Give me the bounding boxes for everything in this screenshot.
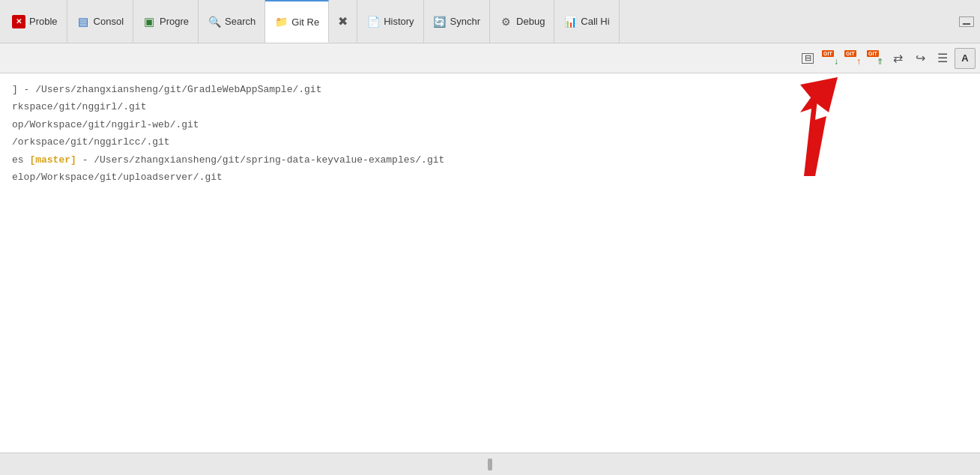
format-button[interactable]: A — [955, 48, 976, 69]
call-hierarchy-icon: 📊 — [563, 15, 577, 28]
format-icon: A — [961, 52, 968, 64]
tab-problems[interactable]: ✕ Proble — [3, 0, 67, 43]
tab-console-label: Consol — [94, 16, 124, 27]
list-item: rkspace/git/nggirl/.git — [12, 98, 968, 115]
tab-progress[interactable]: ▣ Progre — [133, 0, 199, 43]
tab-x-marker[interactable]: ✖ — [329, 0, 357, 43]
fetch-icon: GIT ↓ — [822, 50, 838, 67]
git-repo-icon: 📁 — [274, 15, 288, 28]
tab-debug[interactable]: ⚙ Debug — [490, 0, 554, 43]
tab-search[interactable]: 🔍 Search — [199, 0, 265, 43]
collapse-all-icon: ⊟ — [802, 53, 814, 64]
tab-synchronize-label: Synchr — [450, 16, 480, 27]
line5-master-tag: [master] — [29, 154, 76, 166]
list-item: ] - /Users/zhangxiansheng/git/GradleWebA… — [12, 81, 968, 98]
problems-icon: ✕ — [12, 15, 25, 28]
push-branch-icon: ↪ — [916, 51, 925, 65]
tab-search-label: Search — [225, 16, 255, 27]
list-item: op/Workspace/git/nggirl-web/.git — [12, 116, 968, 133]
synchronize-icon: 🔄 — [433, 15, 447, 28]
tab-bar: ✕ Proble ▤ Consol ▣ Progre 🔍 Search 📁 Gi… — [0, 0, 980, 43]
main-content: ] - /Users/zhangxiansheng/git/GradleWebA… — [0, 73, 980, 453]
push-icon: GIT ⇑ — [867, 50, 883, 67]
list-item: es [master] - /Users/zhangxiansheng/git/… — [12, 151, 968, 169]
tab-call-hierarchy[interactable]: 📊 Call Hi — [554, 0, 619, 43]
debug-icon: ⚙ — [499, 15, 512, 28]
x-marker-icon: ✖ — [338, 14, 348, 28]
tab-call-hierarchy-label: Call Hi — [581, 16, 609, 27]
line1-text: ] - /Users/zhangxiansheng/git/GradleWebA… — [12, 84, 321, 95]
pull-button[interactable]: GIT ↑ — [842, 48, 863, 69]
push-button[interactable]: GIT ⇑ — [865, 48, 886, 69]
sync-icon: ⇄ — [893, 51, 903, 65]
fetch-button[interactable]: GIT ↓ — [820, 48, 841, 69]
tab-debug-label: Debug — [516, 16, 545, 27]
collapse-all-button[interactable]: ⊟ — [797, 48, 818, 69]
sync-button[interactable]: ⇄ — [887, 48, 908, 69]
line4-text: /orkspace/git/nggirlcc/.git — [12, 136, 170, 148]
line3-text: op/Workspace/git/nggirl-web/.git — [12, 119, 199, 130]
minimize-button[interactable] — [959, 16, 974, 27]
console-icon: ▤ — [76, 15, 90, 28]
search-icon: 🔍 — [208, 15, 221, 28]
line5-prefix: es — [12, 154, 29, 166]
line5-suffix: - /Users/zhangxiansheng/git/spring-data-… — [76, 154, 444, 166]
minimize-line — [963, 23, 970, 25]
status-bar — [0, 453, 980, 475]
tab-history-label: History — [384, 16, 414, 27]
line6-text: elop/Workspace/git/uploadserver/.git — [12, 172, 223, 183]
tab-synchronize[interactable]: 🔄 Synchr — [424, 0, 490, 43]
pull-icon: GIT ↑ — [844, 50, 861, 67]
tab-problems-label: Proble — [29, 16, 58, 27]
tab-git-label: Git Re — [291, 16, 319, 28]
status-bar-divider — [488, 459, 492, 471]
tab-progress-label: Progre — [160, 16, 189, 27]
show-list-button[interactable]: ☰ — [932, 48, 953, 69]
history-icon: 📄 — [366, 15, 380, 28]
progress-icon: ▣ — [142, 15, 156, 28]
tab-console[interactable]: ▤ Consol — [67, 0, 133, 43]
list-item: elop/Workspace/git/uploadserver/.git — [12, 169, 968, 186]
list-item: /orkspace/git/nggirlcc/.git — [12, 133, 968, 151]
tab-history[interactable]: 📄 History — [357, 0, 423, 43]
tab-git-repositories[interactable]: 📁 Git Re — [265, 0, 329, 43]
push-branch-button[interactable]: ↪ — [910, 48, 931, 69]
toolbar: ⊟ GIT ↓ GIT ↑ GIT ⇑ ⇄ ↪ ☰ A — [0, 43, 980, 73]
show-list-icon: ☰ — [937, 51, 948, 65]
line2-text: rkspace/git/nggirl/.git — [12, 101, 146, 112]
